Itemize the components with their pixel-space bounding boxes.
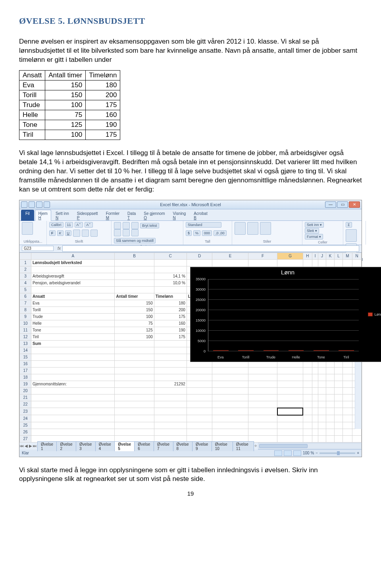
cell-E20[interactable]: [212, 387, 248, 394]
cell-J21[interactable]: [318, 394, 326, 401]
cell-M17[interactable]: [343, 367, 352, 374]
cell-G22[interactable]: [277, 401, 303, 408]
col-header-A[interactable]: A: [31, 253, 115, 259]
row-header-12[interactable]: 12: [20, 333, 31, 340]
cell-J23[interactable]: [318, 408, 326, 415]
formula-bar[interactable]: [62, 245, 359, 252]
cell-M26[interactable]: [343, 429, 352, 435]
save-icon[interactable]: [29, 201, 35, 208]
sheet-tab[interactable]: Øvelse 9: [192, 441, 212, 451]
row-header-16[interactable]: 16: [20, 360, 31, 367]
sheet-tab[interactable]: Øvelse 5: [114, 441, 135, 451]
cell-B17[interactable]: [115, 367, 154, 374]
cell-C6[interactable]: Timelønn: [154, 293, 187, 300]
cell-D23[interactable]: [187, 408, 212, 415]
cell-L18[interactable]: [335, 374, 343, 381]
cell-B14[interactable]: [115, 347, 154, 354]
cell-L26[interactable]: [335, 429, 343, 435]
cell-C16[interactable]: [154, 360, 187, 367]
row-header-22[interactable]: 22: [20, 401, 31, 408]
cell-B20[interactable]: [115, 387, 154, 394]
cell-E23[interactable]: [212, 408, 248, 415]
fx-icon[interactable]: fx: [56, 246, 62, 251]
decimals-icon[interactable]: ,0 ,00: [214, 230, 227, 236]
cell-I18[interactable]: [312, 374, 318, 381]
border-icon[interactable]: [73, 230, 80, 237]
cell-I1[interactable]: [312, 259, 318, 266]
cell-C1[interactable]: [154, 259, 187, 266]
cell-I26[interactable]: [312, 429, 318, 435]
cell-A14[interactable]: [31, 347, 115, 354]
cell-M1[interactable]: [343, 259, 352, 266]
sheet-tab[interactable]: Øvelse 1: [37, 441, 57, 451]
cell-B8[interactable]: 150: [115, 306, 154, 313]
cell-A8[interactable]: Torill: [31, 306, 115, 313]
cell-M19[interactable]: [343, 381, 352, 387]
cell-B1[interactable]: [115, 259, 154, 266]
view-layout-icon[interactable]: [284, 450, 292, 456]
cell-J20[interactable]: [318, 387, 326, 394]
cell-A25[interactable]: [31, 422, 115, 429]
col-header-N[interactable]: N: [352, 253, 362, 259]
cell-I25[interactable]: [312, 422, 318, 429]
cell-G20[interactable]: [277, 387, 303, 394]
cell-H22[interactable]: [303, 401, 312, 408]
cell-F23[interactable]: [248, 408, 277, 415]
cell-K20[interactable]: [326, 387, 335, 394]
cell-C9[interactable]: 175: [154, 313, 187, 320]
cell-B18[interactable]: [115, 374, 154, 381]
cell-B9[interactable]: 100: [115, 313, 154, 320]
align-middle-icon[interactable]: [123, 222, 130, 229]
maximize-button[interactable]: ▭: [337, 201, 348, 208]
view-normal-icon[interactable]: [274, 450, 282, 456]
cell-A4[interactable]: Pensjon, arbeidsgiverandel: [31, 280, 115, 286]
thousands-icon[interactable]: 000: [202, 230, 212, 236]
cell-C24[interactable]: [154, 415, 187, 422]
sheet-nav-prev[interactable]: ◀: [24, 444, 28, 448]
row-header-25[interactable]: 25: [20, 422, 31, 429]
cell-H26[interactable]: [303, 429, 312, 435]
row-header-3[interactable]: 3: [20, 273, 31, 280]
font-grow-icon[interactable]: A˄: [75, 222, 83, 228]
align-top-icon[interactable]: [114, 222, 121, 229]
cell-B24[interactable]: [115, 415, 154, 422]
font-color-icon[interactable]: [90, 230, 98, 237]
cell-C12[interactable]: 175: [154, 333, 187, 340]
cell-K24[interactable]: [326, 415, 335, 422]
cell-N26[interactable]: [352, 429, 362, 435]
cell-N1[interactable]: [352, 259, 362, 266]
tab-formler[interactable]: FormlerM: [102, 210, 123, 221]
tab-acrobat[interactable]: AcrobatB: [190, 210, 211, 221]
cell-A1[interactable]: Lønnsbudsjett bilverksted: [31, 259, 115, 266]
cell-C11[interactable]: 190: [154, 327, 187, 333]
cell-J26[interactable]: [318, 429, 326, 435]
cell-B4[interactable]: [115, 280, 154, 286]
align-center-icon[interactable]: [123, 229, 130, 236]
row-header-26[interactable]: 26: [20, 429, 31, 435]
cell-M23[interactable]: [343, 408, 352, 415]
cell-J27[interactable]: [318, 435, 326, 442]
cell-H20[interactable]: [303, 387, 312, 394]
cell-A21[interactable]: [31, 394, 115, 401]
cell-C7[interactable]: 180: [154, 300, 187, 306]
cell-B5[interactable]: [115, 286, 154, 293]
cell-A11[interactable]: Tone: [31, 327, 115, 333]
row-header-1[interactable]: 1: [20, 259, 31, 266]
cell-F1[interactable]: [248, 259, 277, 266]
sheet-nav-last[interactable]: ⏭: [33, 444, 37, 448]
cell-K25[interactable]: [326, 422, 335, 429]
cell-G23[interactable]: [277, 408, 303, 415]
cell-F17[interactable]: [248, 367, 277, 374]
cell-B3[interactable]: [115, 273, 154, 280]
cell-K23[interactable]: [326, 408, 335, 415]
row-header-21[interactable]: 21: [20, 394, 31, 401]
delete-cells[interactable]: Slett ▾: [305, 228, 319, 234]
cell-E17[interactable]: [212, 367, 248, 374]
cell-G17[interactable]: [277, 367, 303, 374]
cell-B22[interactable]: [115, 401, 154, 408]
cell-H27[interactable]: [303, 435, 312, 442]
tab-sideoppsett[interactable]: SideoppsettP: [73, 210, 102, 221]
cell-E26[interactable]: [212, 429, 248, 435]
cell-B10[interactable]: 75: [115, 320, 154, 327]
cell-C2[interactable]: [154, 266, 187, 273]
